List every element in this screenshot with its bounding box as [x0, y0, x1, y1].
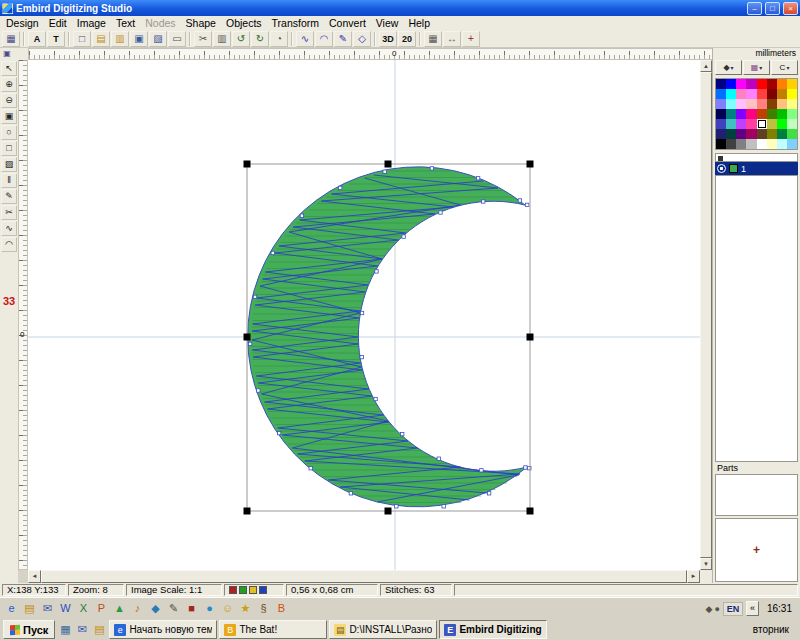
toolbar-node-edit-button[interactable]: ✎: [334, 31, 352, 47]
toolbar-parameters-button[interactable]: ▦: [2, 31, 20, 47]
language-indicator[interactable]: EN: [723, 602, 743, 616]
palette-color-28[interactable]: [757, 109, 767, 119]
toolbar-copy-button[interactable]: ▥: [213, 31, 231, 47]
quick-launch-bat-icon[interactable]: B: [273, 600, 290, 617]
task-button-1[interactable]: eНачать новую тему :: В...: [109, 620, 217, 639]
toolbar-view-20-button[interactable]: 20: [398, 31, 416, 47]
menu-text[interactable]: Text: [111, 16, 140, 30]
taskbar-outlook-icon[interactable]: ✉: [74, 622, 90, 638]
palette-color-15[interactable]: [787, 89, 797, 99]
toolbar-cut-button[interactable]: ✂: [194, 31, 212, 47]
selection-handle[interactable]: [244, 508, 251, 515]
toolbar-undo-button[interactable]: ↺: [232, 31, 250, 47]
status-chip-2[interactable]: [249, 586, 257, 594]
stitch-node[interactable]: [442, 505, 445, 508]
palette-color-40[interactable]: [716, 129, 726, 139]
toolbar-lettering-t-button[interactable]: T: [47, 31, 65, 47]
quick-launch-browser-icon[interactable]: ●: [201, 600, 218, 617]
palette-color-45[interactable]: [767, 129, 777, 139]
stitch-node[interactable]: [271, 251, 274, 254]
quick-launch-archiver-icon[interactable]: ■: [183, 600, 200, 617]
palette-color-24[interactable]: [716, 109, 726, 119]
thread-row-selected[interactable]: 1: [715, 162, 798, 175]
palette-color-2[interactable]: [736, 79, 746, 89]
stitch-node[interactable]: [526, 203, 529, 206]
quick-launch-explorer-icon[interactable]: ▤: [21, 600, 38, 617]
toolbar-curve-mode-button[interactable]: ∿: [296, 31, 314, 47]
toolbar-arc-mode-button[interactable]: ◠: [315, 31, 333, 47]
stitch-node[interactable]: [487, 492, 490, 495]
palette-color-11[interactable]: [746, 89, 756, 99]
stitch-node[interactable]: [476, 177, 479, 180]
palette-color-8[interactable]: [716, 89, 726, 99]
selection-handle[interactable]: [527, 334, 534, 341]
taskbar-my-computer-icon[interactable]: ▤: [91, 622, 107, 638]
stitch-node[interactable]: [349, 492, 352, 495]
stitch-node[interactable]: [480, 469, 483, 472]
task-button-4[interactable]: EEmbird Digitizing Stud...: [439, 620, 547, 639]
start-button[interactable]: Пуск: [3, 620, 55, 639]
maximize-button[interactable]: □: [765, 2, 780, 15]
taskbar-show-desktop-icon[interactable]: ▦: [57, 622, 73, 638]
quick-launch-ie-icon[interactable]: e: [3, 600, 20, 617]
palette-color-26[interactable]: [736, 109, 746, 119]
scroll-up-icon[interactable]: ▲: [700, 60, 712, 72]
toolbar-print-button[interactable]: ▭: [168, 31, 186, 47]
tool-rectangle-button[interactable]: □: [1, 141, 17, 156]
stitch-node[interactable]: [430, 167, 433, 170]
quick-launch-notepad-icon[interactable]: ✎: [165, 600, 182, 617]
palette-color-42[interactable]: [736, 129, 746, 139]
palette-color-7[interactable]: [787, 79, 797, 89]
tool-knife-button[interactable]: ✂: [1, 205, 17, 220]
stitch-node[interactable]: [360, 355, 363, 358]
selection-handle[interactable]: [244, 161, 251, 168]
tool-zoom-out-button[interactable]: ⊖: [1, 93, 17, 108]
menu-nodes[interactable]: Nodes: [140, 16, 180, 30]
status-chip-0[interactable]: [229, 586, 237, 594]
stitch-node[interactable]: [309, 467, 312, 470]
stitch-node[interactable]: [437, 457, 440, 460]
palette-color-9[interactable]: [726, 89, 736, 99]
toolbar-open-design-button[interactable]: ▤: [92, 31, 110, 47]
quick-launch-favorites-icon[interactable]: ★: [237, 600, 254, 617]
palette-color-18[interactable]: [736, 99, 746, 109]
palette-color-27[interactable]: [746, 109, 756, 119]
stitch-node[interactable]: [395, 505, 398, 508]
design-svg[interactable]: [28, 60, 700, 570]
palette-color-37[interactable]: [767, 119, 777, 129]
palette-color-54[interactable]: [777, 139, 787, 149]
stitch-node[interactable]: [439, 211, 442, 214]
palette-color-51[interactable]: [746, 139, 756, 149]
stitch-node[interactable]: [277, 431, 280, 434]
palette-color-35[interactable]: [746, 119, 756, 129]
palette-color-49[interactable]: [726, 139, 736, 149]
toolbar-lettering-a-button[interactable]: A: [28, 31, 46, 47]
palette-color-3[interactable]: [746, 79, 756, 89]
quick-launch-media-player-icon[interactable]: ▲: [111, 600, 128, 617]
stitch-node[interactable]: [360, 311, 363, 314]
close-button[interactable]: ×: [783, 2, 798, 15]
palette-color-52[interactable]: [757, 139, 767, 149]
palette-color-33[interactable]: [726, 119, 736, 129]
stitch-node[interactable]: [248, 342, 251, 345]
palette-color-53[interactable]: [767, 139, 777, 149]
scroll-left-icon[interactable]: ◄: [28, 570, 41, 583]
minimize-button[interactable]: –: [747, 2, 762, 15]
design-canvas[interactable]: [28, 60, 700, 570]
horizontal-scrollbar[interactable]: ◄ ►: [28, 570, 700, 583]
palette-color-29[interactable]: [767, 109, 777, 119]
preview-pane[interactable]: +: [715, 518, 798, 582]
palette-color-55[interactable]: [787, 139, 797, 149]
tray-volume-icon[interactable]: ●: [715, 604, 720, 614]
tool-zoom-fit-button[interactable]: ▣: [1, 109, 17, 124]
stitch-node[interactable]: [402, 235, 405, 238]
scroll-right-icon[interactable]: ►: [687, 570, 700, 583]
parts-list[interactable]: [715, 474, 798, 516]
stitch-node[interactable]: [383, 170, 386, 173]
quick-launch-powerpoint-icon[interactable]: P: [93, 600, 110, 617]
quick-launch-settings-icon[interactable]: §: [255, 600, 272, 617]
menu-view[interactable]: View: [371, 16, 404, 30]
toolbar-shape-mode-button[interactable]: ◇: [353, 31, 371, 47]
stitch-node[interactable]: [518, 199, 521, 202]
task-button-2[interactable]: BThe Bat!: [219, 620, 327, 639]
